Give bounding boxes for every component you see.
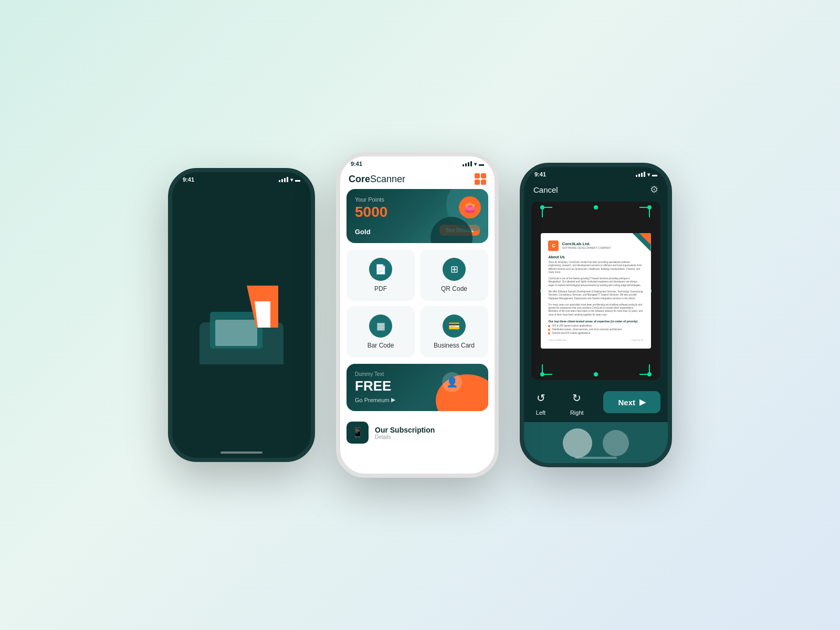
doc-company-info: Core3Lab Ltd. SOFTWARE DEVELOPMENT COMPA… <box>562 242 611 249</box>
left-rotate-button[interactable]: ↺ Left <box>531 388 550 416</box>
doc-about-heading: About Us <box>548 255 643 259</box>
doc-logo-icon: C <box>548 240 559 251</box>
signal-icon-right <box>636 172 645 177</box>
scan-dot-tl <box>540 205 544 209</box>
status-icons-right: ▾ ▬ <box>636 172 657 177</box>
scan-dot-br <box>647 372 652 376</box>
bullet-dot-2 <box>548 329 550 331</box>
battery-icon-right: ▬ <box>652 172 657 177</box>
cancel-button[interactable]: Cancel <box>533 185 558 194</box>
wifi-icon-right: ▾ <box>647 172 650 177</box>
doc-bullet-1: GIS & LBS based custom applications <box>548 324 643 327</box>
menu-item-pdf[interactable]: 📄 PDF <box>346 249 415 301</box>
right-controls: ↺ Left ↻ Right Next ▶ <box>524 382 668 420</box>
gallery-button[interactable] <box>603 430 629 456</box>
subscription-icon: 📱 <box>346 422 369 444</box>
pdf-icon: 📄 <box>369 258 392 281</box>
scan-dot-tm <box>594 205 598 209</box>
time-center: 9:41 <box>351 161 362 167</box>
doc-logo-row: C Core3Lab Ltd. SOFTWARE DEVELOPMENT COM… <box>548 240 643 251</box>
phones-container: 9:41 ▾ ▬ <box>168 152 672 478</box>
doc-about-text3: We offer Software Solution Development &… <box>548 290 643 300</box>
status-icons-left: ▾ ▬ <box>279 177 300 183</box>
barcode-icon: ▦ <box>369 314 392 338</box>
time-left: 9:41 <box>183 176 194 183</box>
doc-company-name: Core3Lab Ltd. <box>562 242 611 246</box>
scanner-area: C Core3Lab Ltd. SOFTWARE DEVELOPMENT COM… <box>531 202 660 380</box>
center-header: CoreScanner <box>340 169 495 189</box>
subscription-title: Our Subscription <box>375 426 435 434</box>
businesscard-icon: 💳 <box>443 314 466 338</box>
battery-icon-center: ▬ <box>479 161 484 167</box>
left-illustration <box>194 270 289 364</box>
right-label: Right <box>570 410 584 416</box>
wifi-icon-center: ▾ <box>474 161 477 167</box>
wallet-icon: 👛 <box>459 196 481 218</box>
phone-left: 9:41 ▾ ▬ <box>168 168 315 462</box>
doc-tagline: SOFTWARE DEVELOPMENT COMPANY <box>562 246 611 249</box>
home-indicator-right <box>575 457 617 459</box>
scan-dot-bl <box>540 372 544 376</box>
home-indicator-left <box>220 452 262 454</box>
doc-footer-left: www.core3lab.com <box>548 339 566 341</box>
doc-bullet-3: Android and iOS mobile applications <box>548 332 643 334</box>
doc-footer: www.core3lab.com Page No: 01 <box>548 339 643 341</box>
subscription-row: 📱 Our Subscription Details <box>346 417 488 448</box>
doc-footer-right: Page No: 01 <box>632 339 643 341</box>
subscription-subtitle: Details <box>375 434 435 440</box>
doc-about-text2: Core3Lab is one of the fastest-growing I… <box>548 277 643 287</box>
doc-about-text4: For many years our specialists have been… <box>548 303 643 317</box>
left-gray-shape <box>215 320 257 346</box>
time-right: 9:41 <box>534 171 546 177</box>
bullet-dot-3 <box>548 332 550 334</box>
signal-icon-center <box>463 161 472 166</box>
qrcode-label: QR Code <box>441 285 467 292</box>
phone-center: 9:41 ▾ ▬ CoreScanner <box>336 152 499 478</box>
bullet-dot-1 <box>548 325 550 327</box>
subscription-text: Our Subscription Details <box>375 426 435 440</box>
menu-item-businesscard[interactable]: 💳 Business Card <box>420 306 488 358</box>
barcode-label: Bar Code <box>368 342 394 349</box>
phone-right: 9:41 ▾ ▬ Cancel ⚙ <box>520 163 672 467</box>
wifi-icon-left: ▾ <box>290 177 293 183</box>
status-bar-left: 9:41 ▾ ▬ <box>172 172 311 185</box>
qrcode-icon: ⊞ <box>443 258 466 281</box>
grid-menu-icon[interactable] <box>475 173 486 185</box>
status-bar-right: 9:41 ▾ ▬ <box>524 167 668 180</box>
pdf-label: PDF <box>374 285 387 292</box>
gold-label: Gold <box>355 228 371 236</box>
document-preview: C Core3Lab Ltd. SOFTWARE DEVELOPMENT COM… <box>541 233 650 349</box>
scan-dot-bm <box>594 372 598 376</box>
next-button[interactable]: Next ▶ <box>603 391 660 413</box>
right-rotate-button[interactable]: ↻ Right <box>568 388 586 416</box>
right-header: Cancel ⚙ <box>524 180 668 200</box>
user-avatar: 👤 <box>442 372 462 392</box>
settings-icon[interactable]: ⚙ <box>650 184 658 195</box>
doc-about-text1: Since its inception, Core3Lab Limited ha… <box>548 261 643 274</box>
free-card: 👤 Dummy Text FREE Go Premeum ▶ <box>346 364 488 411</box>
left-phone-content <box>172 185 311 449</box>
doc-bullet-2: Distributed system, cloud services, and … <box>548 328 643 331</box>
menu-grid: 📄 PDF ⊞ QR Code ▦ Bar Code 💳 Business Ca… <box>346 249 488 358</box>
menu-item-qrcode[interactable]: ⊞ QR Code <box>420 249 488 301</box>
left-label: Left <box>536 410 545 416</box>
points-card: 👛 Your Points 5000 Gold See Details <box>346 189 488 243</box>
capture-button[interactable] <box>563 428 592 458</box>
status-bar-center: 9:41 ▾ ▬ <box>340 156 495 169</box>
signal-icon-left <box>279 177 288 182</box>
app-name: CoreScanner <box>349 174 405 185</box>
battery-icon-left: ▬ <box>295 177 300 183</box>
businesscard-label: Business Card <box>434 342 475 349</box>
scan-dot-tr <box>647 205 652 209</box>
right-rotate-icon: ↻ <box>568 388 586 407</box>
left-rotate-icon: ↺ <box>531 388 550 407</box>
doc-expertise-heading: Our top three client-tested areas of exp… <box>548 320 643 323</box>
status-icons-center: ▾ ▬ <box>463 161 484 167</box>
menu-item-barcode[interactable]: ▦ Bar Code <box>346 306 415 358</box>
